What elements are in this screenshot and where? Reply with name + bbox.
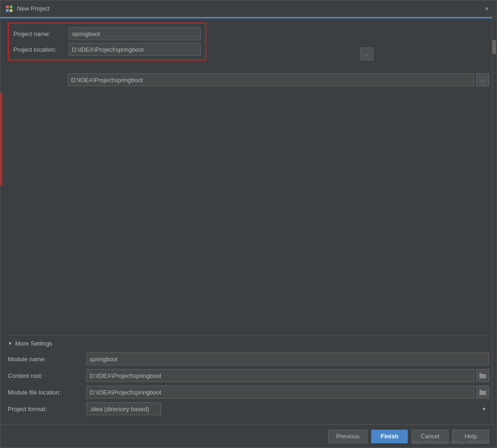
collapse-arrow-icon: ▼: [8, 341, 12, 346]
content-root-row: Content root:: [8, 369, 489, 382]
module-name-input-wrapper: [86, 352, 489, 365]
left-red-indicator: [0, 93, 2, 185]
svg-rect-6: [479, 391, 486, 395]
module-file-location-input[interactable]: [86, 386, 474, 399]
more-settings-section: ▼ More Settings Module name: Content roo…: [8, 335, 489, 419]
project-location-row: Project location:: [13, 43, 201, 56]
content-root-input-wrapper: [86, 369, 489, 382]
previous-button[interactable]: Previous: [328, 430, 367, 443]
svg-rect-7: [479, 390, 482, 391]
scrollbar[interactable]: [492, 17, 497, 424]
title-bar: New Project ×: [0, 0, 497, 17]
content-root-browse-button[interactable]: [476, 369, 489, 382]
project-format-row: Project format: .idea (directory based) …: [8, 402, 489, 415]
module-name-row: Module name:: [8, 352, 489, 365]
module-file-location-browse-button[interactable]: [476, 386, 489, 399]
highlighted-fields-block: Project name: Project location:: [8, 23, 206, 60]
project-format-select[interactable]: .idea (directory based) .ipr (file based…: [86, 402, 161, 415]
content-root-label: Content root:: [8, 372, 86, 379]
content-root-input[interactable]: [86, 369, 474, 382]
project-format-select-wrapper: .idea (directory based) .ipr (file based…: [86, 402, 489, 415]
project-location-input[interactable]: [69, 43, 201, 56]
scrollbar-thumb[interactable]: [492, 40, 496, 54]
project-location-full-input[interactable]: [68, 73, 474, 86]
project-location-label: Project location:: [13, 46, 69, 53]
select-arrow-icon: ▼: [482, 406, 486, 412]
location-full-browse-button[interactable]: ...: [476, 73, 489, 86]
module-name-label: Module name:: [8, 356, 86, 363]
module-file-location-label: Module file location:: [8, 389, 86, 396]
project-name-input[interactable]: [69, 27, 201, 40]
watermark: https://blog.csdn.net/qq_45069279: [411, 439, 489, 445]
accent-bar: [0, 17, 492, 18]
title-bar-left: New Project: [5, 5, 49, 13]
empty-area: [8, 92, 489, 335]
content-area: Project name: Project location: ... ... …: [0, 17, 497, 424]
svg-rect-0: [6, 6, 9, 8]
location-browse-button[interactable]: ...: [360, 48, 373, 60]
module-name-input[interactable]: [86, 352, 489, 365]
finish-button[interactable]: Finish: [371, 430, 408, 443]
svg-rect-4: [479, 374, 486, 378]
svg-rect-1: [10, 6, 12, 8]
svg-rect-5: [479, 373, 482, 375]
more-settings-header[interactable]: ▼ More Settings: [8, 340, 489, 347]
project-location-full-row: ...: [8, 73, 489, 86]
location-browse-wrapper: ...: [359, 48, 489, 60]
svg-rect-3: [10, 9, 12, 12]
close-button[interactable]: ×: [482, 4, 492, 14]
project-name-label: Project name:: [13, 30, 69, 37]
dialog-icon: [5, 5, 13, 13]
svg-rect-2: [6, 9, 9, 12]
dialog-title: New Project: [17, 5, 49, 12]
more-settings-title: More Settings: [15, 340, 52, 347]
new-project-dialog: New Project × Project name: Project loca…: [0, 0, 497, 448]
module-file-location-input-wrapper: [86, 386, 489, 399]
module-file-location-row: Module file location:: [8, 386, 489, 399]
project-name-row: Project name:: [13, 27, 201, 40]
project-format-label: Project format:: [8, 406, 86, 412]
